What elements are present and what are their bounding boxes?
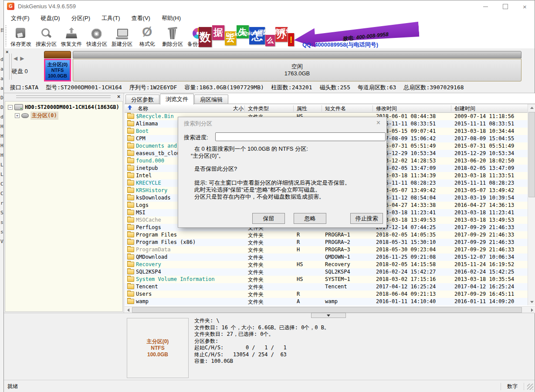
tab[interactable]: 分区参数 [125,95,159,104]
resize-grip[interactable] [527,384,533,390]
table-row[interactable]: System Volume Information 文件夹 HS SYSTEM~… [125,276,528,283]
file-created-cell: 2017-09-29 21:46:33 [454,239,528,245]
ignore-button[interactable]: 忽略 [294,213,326,224]
free-space-body: 空闲 1763.0GB [73,59,521,81]
overview-close-icon[interactable]: × [6,49,8,54]
folder-icon [127,114,134,119]
file-created-cell: 2013-05-07 13:49:42 [454,187,528,193]
file-modified-cell: 2018-02-05 13:47:09 [376,165,454,171]
stop-search-button[interactable]: 停止搜索 [350,213,383,224]
scroll-up-icon[interactable] [528,104,535,111]
minimize-button[interactable] [476,0,495,13]
table-row[interactable]: Recovery 文件夹 HS Recovery 2018-02-05 14:1… [125,261,528,268]
dialog-close-icon[interactable]: × [376,119,380,127]
file-modified-cell: 2018-06-01 08:44:38 [376,113,454,119]
file-type-cell: 文件夹 [248,254,295,261]
collapse-icon[interactable]: − [8,105,13,110]
close-button[interactable]: × [515,0,535,13]
tree-node-partition[interactable]: + 主分区(0) [12,112,122,119]
tab[interactable]: 浏览文件 [160,94,194,105]
table-row[interactable]: Program Files 文件夹 R PROGRA~1 2018-02-05 … [125,231,528,239]
column-header-size[interactable]: 大小 [202,105,244,112]
free-space-block[interactable]: 空闲 1763.0GB [73,51,521,81]
folder-icon [127,240,134,245]
partition-cap [44,51,71,58]
status-bar: 就绪 数字 [4,380,535,392]
horizontal-scroll-thumb[interactable] [132,307,522,313]
menu-item[interactable]: 查看(V) [132,14,150,22]
folder-icon [127,291,134,297]
column-header-attr[interactable]: 属性 [297,105,323,112]
toolbar-button[interactable]: 搜索分区 [34,24,59,47]
tab-bar: 分区参数浏览文件扇区编辑 [125,94,229,104]
tab[interactable]: 扇区编辑 [194,95,228,104]
tree-node-partition-label: 主分区(0) [30,112,58,120]
next-disk-icon[interactable]: ▶ [20,55,27,61]
table-row[interactable]: Program Files (x86) 文件夹 R PROGRA~2 2018-… [125,239,528,246]
toolbar-button[interactable]: 快速分区 [84,24,109,47]
disk-info-segment: 柱面数:243201 [271,84,312,91]
card-partition-fs: NTFS [151,345,164,351]
folder-icon [127,173,134,178]
column-header-modified[interactable]: 修改时间 [376,105,454,112]
scroll-down-icon[interactable] [528,298,535,305]
search-progress-input[interactable] [215,132,386,141]
column-header-type[interactable]: 文件类型 [248,105,295,112]
detail-line: 分区参数: [194,338,329,345]
folder-icon [127,121,134,126]
toolbar-button[interactable]: 删除分区 [160,24,185,47]
scroll-left-icon[interactable] [125,307,132,313]
vertical-scroll-thumb[interactable] [528,112,535,197]
scroll-right-icon[interactable] [528,307,535,313]
toolbar-grip[interactable] [5,25,7,47]
menu-item[interactable]: 帮助(H) [162,14,181,22]
file-type-cell: 文件夹 [248,261,295,269]
toolbar-button[interactable]: 新建分区 [109,24,135,47]
column-header-shortname[interactable]: 短文件名 [325,105,375,112]
file-created-cell: 2013-03-18 11:23:41 [454,210,528,216]
dialog-message-line2: “主分区(0)”。 [191,152,224,160]
file-name-cell: Tencent [127,284,201,290]
prev-disk-icon[interactable]: ◀ [14,55,20,61]
table-row[interactable]: QMDownload 文件夹 QMDOWN~1 2016-11-25 09:21… [125,253,528,261]
vertical-scrollbar[interactable] [528,104,535,305]
toolbar-button[interactable]: 保存更改 [8,24,34,47]
sort-up-icon[interactable] [128,105,132,110]
partition-tree-panel: × − HD0:ST2000DM001-1CH164(1863GB) + 主分区… [4,93,124,313]
partition-block[interactable]: 主分区(0) NTFS 100.0GB [44,51,71,81]
toolbar-button[interactable]: 恢复文件 [59,24,84,47]
file-modified-cell: 2018-05-31 15:30:10 [376,239,454,245]
maximize-button[interactable] [495,0,515,13]
toolbar-button[interactable]: 格式化 [135,24,160,47]
menu-item[interactable]: 文件(F) [11,14,30,22]
table-row[interactable]: ProgramData 文件夹 H PROGRA~3 2018-05-30 09… [125,246,528,253]
horizontal-scrollbar[interactable] [125,306,535,313]
folder-icon [127,210,134,215]
ad-qq: QQ: 4000089958(与电话同号) [302,41,378,49]
partition-fs: NTFS [51,68,64,73]
column-header-created[interactable]: 创建时间 [454,105,528,112]
file-type-cell: 文件夹 [248,232,295,239]
expand-icon[interactable]: + [15,113,20,118]
tree-node-disk[interactable]: − HD0:ST2000DM001-1CH164(1863GB) [5,103,122,111]
title-bar[interactable]: G DiskGenius V4.9.6.559 × [4,0,535,13]
table-row[interactable]: Users 文件夹 R 2018-06-04 09:21:13 2017-09-… [125,291,528,298]
column-header-name[interactable]: 名称 [138,105,148,112]
tree-panel-close-icon[interactable]: × [117,94,120,100]
ad-banner[interactable]: 数据丢失怎么办! DiskGenius团队为您服务! 致电: 400-008-9… [199,24,421,48]
file-modified-cell: 2013-03-18 11:23:41 [376,210,454,216]
table-row[interactable]: Tencent 文件夹 Tencent 2017-04-12 16:25:24 … [125,283,528,291]
file-name-cell: Program Files [127,232,201,238]
table-row[interactable]: SQL2KSP4 文件夹 SQL2KSP4 2016-02-24 15:42:2… [125,268,528,276]
keep-button[interactable]: 保留 [252,213,285,224]
table-row[interactable]: wamp 文件夹 A wamp 2016-01-11 14:10:40 2016… [125,298,528,305]
file-modified-cell: 2016-02-24 15:42:27 [376,269,454,275]
menu-item[interactable]: 硬盘(D) [41,14,60,22]
menu-item[interactable]: 分区(P) [71,14,90,22]
overview-splitter[interactable] [9,54,12,80]
file-created-cell: 2013-03-18 10:34:44 [454,128,528,134]
file-name-cell: wamp [127,298,201,304]
menu-item[interactable]: 工具(T) [102,14,120,22]
tree-panel-grip[interactable] [16,95,111,98]
file-name-cell: System Volume Information [127,276,201,282]
